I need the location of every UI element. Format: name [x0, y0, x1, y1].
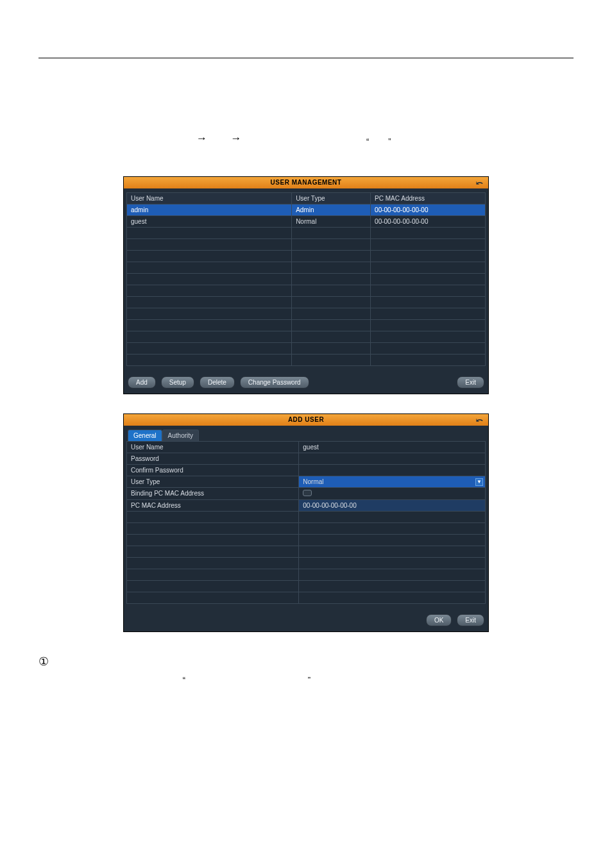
close-quote: ” [388, 134, 391, 149]
exit-button[interactable]: Exit [457, 614, 484, 626]
col-mac: PC MAC Address [371, 192, 486, 204]
users-table: User Name User Type PC MAC Address admin… [126, 192, 486, 366]
label-user-name: User Name [127, 441, 299, 453]
table-row [127, 273, 486, 285]
add-button[interactable]: Add [128, 376, 156, 388]
table-row [127, 250, 486, 262]
add-user-form: User Name guest Password Confirm Passwor… [126, 441, 486, 604]
table-row [127, 534, 486, 546]
table-row [127, 580, 486, 592]
window-title: ADD USER [288, 416, 324, 423]
table-row [127, 569, 486, 580]
col-user-name: User Name [127, 192, 292, 204]
step-one-icon: ① [38, 651, 49, 672]
change-password-button[interactable]: Change Password [240, 376, 309, 388]
binding-mac-checkbox[interactable] [299, 487, 486, 499]
table-row [127, 354, 486, 365]
table-row [127, 522, 486, 534]
table-row [127, 319, 486, 331]
chevron-down-icon: ▼ [475, 478, 483, 486]
table-row [127, 238, 486, 250]
password-field[interactable] [299, 453, 486, 464]
table-row [127, 262, 486, 273]
table-row [127, 342, 486, 354]
label-password: Password [127, 453, 299, 464]
table-row [127, 285, 486, 296]
back-icon[interactable]: ⤺ [476, 415, 484, 425]
checkbox-icon [303, 490, 312, 496]
table-row[interactable]: guestNormal00-00-00-00-00-00 [127, 215, 486, 227]
confirm-password-field[interactable] [299, 464, 486, 476]
user-name-field[interactable]: guest [299, 441, 486, 453]
table-row [127, 227, 486, 238]
table-row[interactable]: adminAdmin00-00-00-00-00-00 [127, 204, 486, 215]
col-user-type: User Type [292, 192, 371, 204]
back-icon[interactable]: ⤺ [476, 178, 484, 188]
table-row [127, 511, 486, 522]
delete-button[interactable]: Delete [200, 376, 235, 388]
user-management-window: USER MANAGEMENT ⤺ User Name User Type PC… [123, 176, 489, 394]
exit-button[interactable]: Exit [457, 376, 484, 388]
row-password: Password [127, 453, 486, 464]
table-row [127, 592, 486, 603]
setup-button[interactable]: Setup [161, 376, 194, 388]
user-type-select[interactable]: Normal ▼ [299, 476, 486, 487]
close-quote: ” [308, 675, 310, 685]
label-user-type: User Type [127, 476, 299, 487]
table-row [127, 557, 486, 569]
arrow-icon: → [230, 132, 241, 144]
open-quote: “ [366, 134, 369, 149]
mac-field[interactable]: 00-00-00-00-00-00 [299, 499, 486, 511]
table-row [127, 331, 486, 342]
row-user-type: User Type Normal ▼ [127, 476, 486, 487]
label-mac: PC MAC Address [127, 499, 299, 511]
window-titlebar: ADD USER ⤺ [124, 414, 488, 426]
arrow-icon: → [196, 132, 207, 144]
row-binding-mac: Binding PC MAC Address [127, 487, 486, 499]
tab-authority[interactable]: Authority [162, 430, 199, 441]
open-quote: “ [183, 675, 185, 685]
add-user-window: ADD USER ⤺ General Authority User Name g… [123, 413, 489, 632]
window-titlebar: USER MANAGEMENT ⤺ [124, 177, 488, 188]
row-user-name: User Name guest [127, 441, 486, 453]
table-row [127, 546, 486, 557]
row-mac: PC MAC Address 00-00-00-00-00-00 [127, 499, 486, 511]
window-title: USER MANAGEMENT [271, 179, 342, 186]
table-row [127, 308, 486, 319]
table-row [127, 296, 486, 308]
tab-general[interactable]: General [128, 430, 162, 441]
label-confirm-password: Confirm Password [127, 464, 299, 476]
ok-button[interactable]: OK [426, 614, 452, 626]
label-binding-mac: Binding PC MAC Address [127, 487, 299, 499]
row-confirm-password: Confirm Password [127, 464, 486, 476]
